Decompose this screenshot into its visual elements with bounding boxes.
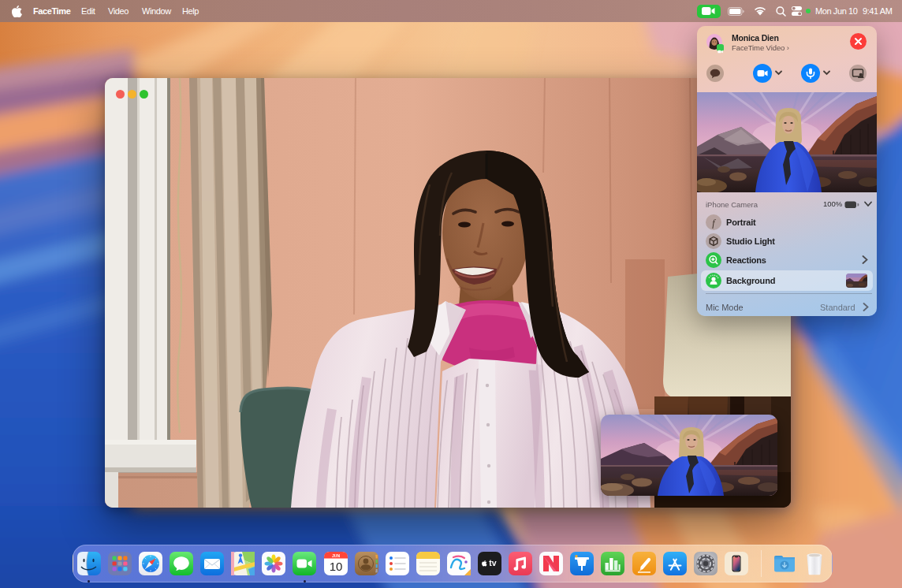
svg-text:JUN: JUN <box>331 553 339 558</box>
svg-text:f: f <box>712 218 716 229</box>
svg-text:tv: tv <box>489 558 496 568</box>
svg-text:10: 10 <box>329 560 342 573</box>
